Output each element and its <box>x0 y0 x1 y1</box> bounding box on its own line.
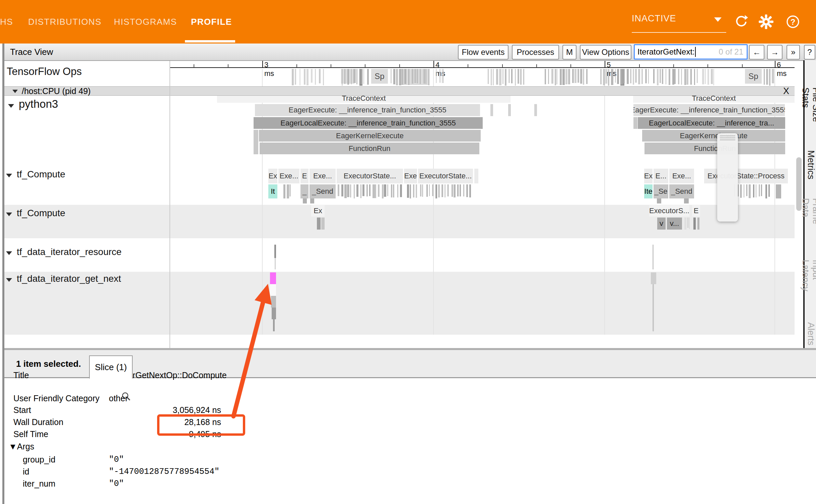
trace-event-stripe[interactable] <box>586 69 588 84</box>
trace-event-stripe[interactable] <box>511 69 513 83</box>
trace-event-stripe[interactable] <box>391 69 392 83</box>
trace-event-stripe[interactable] <box>323 69 324 85</box>
trace-event-stripe[interactable] <box>372 184 375 198</box>
trace-event-stripe[interactable] <box>666 69 666 84</box>
trace-slice[interactable] <box>270 272 276 284</box>
trace-event-stripe[interactable] <box>304 69 305 85</box>
trace-event-stripe[interactable] <box>684 218 686 230</box>
trace-event-stripe[interactable] <box>435 184 437 198</box>
trace-event-stripe[interactable] <box>407 184 409 198</box>
trace-slice[interactable] <box>697 218 699 230</box>
track-band[interactable] <box>4 238 795 272</box>
sidebar-tab-metrics[interactable]: Metrics <box>805 149 816 180</box>
trace-slice[interactable]: _Send <box>669 184 694 198</box>
trace-event-stripe[interactable] <box>674 69 676 84</box>
trace-event-stripe[interactable] <box>369 184 370 196</box>
trace-event-stripe[interactable] <box>645 69 647 83</box>
trace-event-stripe[interactable] <box>488 69 489 84</box>
trace-event-stripe[interactable] <box>744 184 744 197</box>
trace-event-stripe[interactable] <box>574 69 576 83</box>
close-process-button[interactable]: X <box>783 86 789 96</box>
trace-event-stripe[interactable] <box>756 184 757 197</box>
trace-event-stripe[interactable] <box>410 184 411 198</box>
trace-slice[interactable] <box>321 218 325 230</box>
trace-event-stripe[interactable] <box>307 69 309 85</box>
trace-slice[interactable] <box>534 104 537 116</box>
trace-event-stripe[interactable] <box>397 184 399 197</box>
trace-slice[interactable] <box>273 319 275 331</box>
trace-slice[interactable] <box>633 117 637 129</box>
trace-event-stripe[interactable] <box>438 184 440 197</box>
trace-slice[interactable] <box>776 184 781 198</box>
trace-event-stripe[interactable] <box>684 69 686 85</box>
trace-event-stripe[interactable] <box>689 218 690 229</box>
trace-event-stripe[interactable] <box>432 184 433 196</box>
trace-event-stripe[interactable] <box>548 69 549 84</box>
sidebar-tab-input-latency[interactable]: Input Latency <box>805 260 816 307</box>
trace-event-stripe[interactable] <box>660 69 661 83</box>
trace-slice[interactable]: Ite <box>644 184 653 198</box>
run-selector[interactable]: INACTIVE <box>632 13 726 33</box>
trace-slice[interactable] <box>653 284 654 331</box>
track-label-tensorflow-ops[interactable]: TensorFlow Ops <box>7 66 82 78</box>
trace-event-stripe[interactable] <box>399 69 401 85</box>
trace-slice[interactable]: Ex <box>311 205 325 217</box>
trace-slice[interactable]: Ex <box>268 169 277 183</box>
trace-event-stripe[interactable] <box>384 184 386 197</box>
trace-event-stripe[interactable] <box>638 69 640 84</box>
trace-event-stripe[interactable] <box>378 184 380 197</box>
trace-event-stripe[interactable] <box>749 184 751 198</box>
trace-event-stripe[interactable] <box>387 184 388 196</box>
trace-slice[interactable]: Sp <box>371 69 388 84</box>
trace-event-stripe[interactable] <box>457 184 459 196</box>
trace-event-stripe[interactable] <box>295 69 296 85</box>
track-label-python3[interactable]: python3 <box>8 98 58 110</box>
track-label-tf-data-iterator-get-next[interactable]: tf_data_iterator_get_next <box>6 273 121 284</box>
trace-event-stripe[interactable] <box>772 69 774 83</box>
trace-slice[interactable]: Exe... <box>278 169 299 183</box>
trace-event-stripe[interactable] <box>454 184 456 197</box>
trace-event-stripe[interactable] <box>413 184 414 197</box>
collapse-arrow-icon[interactable] <box>12 90 18 93</box>
trace-event-stripe[interactable] <box>393 184 394 197</box>
trace-event-stripe[interactable] <box>423 69 425 84</box>
trace-slice[interactable]: Exe... <box>669 169 694 183</box>
trace-event-stripe[interactable] <box>319 69 321 83</box>
trace-slice[interactable] <box>254 130 258 154</box>
trace-slice[interactable]: EagerKernelExecute <box>642 130 785 142</box>
trace-event-stripe[interactable] <box>713 69 714 85</box>
sidebar-tab-file-size-stats[interactable]: File Size Stats <box>805 87 816 132</box>
toolbar-button-processes[interactable]: Processes <box>512 45 559 60</box>
trace-event-stripe[interactable] <box>289 184 291 196</box>
trace-event-stripe[interactable] <box>420 184 422 196</box>
trace-slice[interactable]: ExecutorS... <box>649 205 689 217</box>
trace-event-stripe[interactable] <box>299 69 300 85</box>
trace-event-stripe[interactable] <box>356 184 358 197</box>
trace-event-stripe[interactable] <box>707 69 709 85</box>
trace-event-stripe[interactable] <box>520 69 522 85</box>
nav-tab-hs[interactable]: HS <box>0 0 13 44</box>
trace-slice[interactable]: EagerExecute: __inference_train_function… <box>633 104 785 116</box>
trace-event-stripe[interactable] <box>347 69 349 85</box>
toolbar-button--[interactable]: → <box>767 45 783 60</box>
trace-slice[interactable]: v <box>657 218 666 230</box>
trace-slice[interactable]: FunctionRun <box>260 143 479 154</box>
trace-event-stripe[interactable] <box>766 69 768 85</box>
trace-event-stripe[interactable] <box>615 69 616 83</box>
trace-event-stripe[interactable] <box>367 69 369 85</box>
trace-event-stripe[interactable] <box>292 69 294 85</box>
trace-event-stripe[interactable] <box>523 69 524 85</box>
refresh-icon[interactable] <box>734 15 748 29</box>
trace-event-stripe[interactable] <box>635 69 637 83</box>
trace-event-stripe[interactable] <box>678 69 679 84</box>
trace-slice[interactable] <box>693 218 696 230</box>
trace-event-stripe[interactable] <box>560 69 562 85</box>
collapse-arrow-icon[interactable] <box>8 104 14 108</box>
trace-event-stripe[interactable] <box>630 69 631 83</box>
toolbar-button--[interactable]: ? <box>804 45 815 60</box>
trace-slice[interactable] <box>653 245 654 269</box>
trace-event-stripe[interactable] <box>641 69 643 84</box>
trace-event-stripe[interactable] <box>400 184 402 197</box>
trace-event-stripe[interactable] <box>414 69 416 83</box>
trace-slice[interactable]: Ex <box>644 169 653 183</box>
